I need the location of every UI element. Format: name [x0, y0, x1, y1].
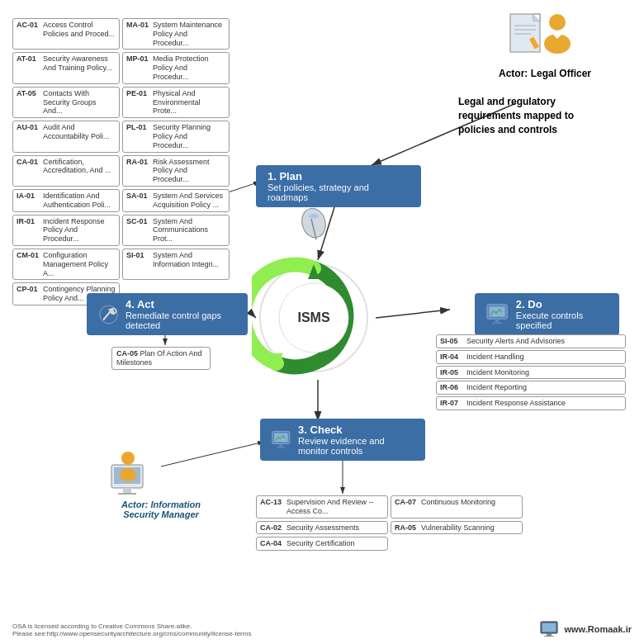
legal-officer-icon: [540, 12, 575, 55]
policy-text: Security Planning Policy And Procedur...: [153, 123, 225, 149]
policy-text: Physical And Environmental Prote...: [153, 89, 225, 116]
policy-id: SI-01: [126, 251, 153, 259]
policy-item: IA-01Identification And Authentication P…: [12, 189, 120, 212]
check-monitor-icon: [272, 428, 291, 452]
footer-license: OSA is licensed according to Creative Co…: [12, 623, 251, 637]
check-controls-list: AC-13Supervision And Review -- Access Co…: [256, 495, 523, 551]
policy-item: CM-01Configuration Management Policy A..…: [12, 249, 120, 280]
svg-text:ISMS: ISMS: [297, 310, 329, 324]
isms-circle: ISMS: [252, 256, 376, 380]
policy-text: Contacts With Security Groups And...: [43, 89, 116, 116]
policy-id: AT-01: [17, 54, 43, 63]
do-step-number: 2. Do: [516, 298, 608, 310]
do-step-description: Execute controls specified: [516, 310, 608, 330]
check-control-item: CA-02Security Assessments: [256, 521, 388, 535]
check-control-text: Supervision And Review -- Access Co...: [286, 498, 384, 516]
act-box: 4. Act Remediate control gaps detected: [87, 293, 248, 335]
control-text: Incident Reporting: [466, 383, 527, 392]
check-control-text: Vulnerability Scanning: [421, 523, 495, 533]
do-control-item: IR-07Incident Response Assistance: [436, 396, 626, 410]
policy-grid: AC-01Access Control Policies and Proced.…: [12, 18, 230, 305]
check-control-text: Continuous Monitoring: [421, 498, 495, 507]
policy-id: IA-01: [17, 192, 43, 200]
check-control-text: Security Assessments: [286, 523, 359, 533]
policy-text: Certification, Accreditation, And ...: [43, 158, 116, 176]
policy-id: SC-01: [126, 217, 153, 225]
check-control-id: RA-05: [395, 523, 421, 532]
actor-infosec-label: Actor: Information Security Manager: [107, 500, 215, 519]
logo-icon: [540, 621, 560, 637]
do-control-item: IR-04Incident Handling: [436, 350, 626, 364]
svg-rect-46: [542, 623, 556, 632]
policy-id: AC-01: [17, 21, 43, 29]
do-control-item: IR-06Incident Reporting: [436, 381, 626, 395]
do-control-item: IR-05Incident Monitoring: [436, 366, 626, 380]
control-text: Incident Monitoring: [466, 368, 529, 377]
policy-text: Media Protection Policy And Procedur...: [153, 54, 225, 81]
policy-item: CA-01Certification, Accreditation, And .…: [12, 155, 120, 187]
policy-item: MA-01System Maintenance Policy And Proce…: [122, 18, 230, 50]
plan-step-number: 1. Plan: [268, 170, 410, 182]
svg-line-4: [376, 310, 450, 318]
svg-rect-25: [492, 322, 502, 324]
actor-infosec-section: Actor: Information Security Manager: [107, 450, 215, 519]
policy-text: System And Services Acquisition Policy .…: [153, 192, 225, 210]
policy-item: IR-01Incident Response Policy And Proced…: [12, 215, 120, 246]
svg-rect-29: [277, 447, 286, 448]
policy-id: CA-01: [17, 158, 43, 166]
check-control-id: AC-13: [260, 498, 286, 506]
policy-item: PL-01Security Planning Policy And Proced…: [122, 121, 230, 152]
policy-text: Identification And Authentication Poli..…: [43, 192, 116, 210]
policy-id: PE-01: [126, 89, 153, 97]
legal-req-text: Legal and regulatory requirements mapped…: [458, 95, 603, 136]
do-control-item: SI-05Security Alerts And Advisories: [436, 334, 626, 348]
svg-rect-24: [495, 319, 499, 322]
policy-id: MA-01: [126, 21, 153, 29]
plan-box: 1. Plan Set policies, strategy and roadm…: [256, 165, 421, 207]
wrench-icon: [98, 302, 119, 327]
policy-text: Configuration Management Policy A...: [43, 251, 116, 277]
plan-icon: [293, 206, 334, 248]
check-control-id: CA-04: [260, 539, 286, 547]
control-id: IR-05: [440, 368, 466, 376]
policy-item: AC-01Access Control Policies and Proced.…: [12, 18, 120, 50]
control-id: IR-04: [440, 353, 466, 361]
policy-text: System And Communications Prot...: [153, 217, 225, 244]
check-control-item: AC-13Supervision And Review -- Access Co…: [256, 495, 388, 519]
control-id: SI-05: [440, 337, 466, 345]
control-id: IR-07: [440, 399, 466, 407]
control-text: Incident Handling: [466, 353, 524, 362]
ca05-act-control: CA-05 Plan Of Action And Milestones: [111, 347, 211, 370]
footer-logo: www.Romaak.ir: [540, 621, 632, 637]
svg-rect-48: [544, 636, 554, 637]
check-step-number: 3. Check: [298, 424, 414, 436]
policy-item: SA-01System And Services Acquisition Pol…: [122, 189, 230, 212]
policy-item: MP-01Media Protection Policy And Procedu…: [122, 52, 230, 83]
policy-item: SC-01System And Communications Prot...: [122, 215, 230, 246]
policy-item: PE-01Physical And Environmental Prote...: [122, 87, 230, 118]
policy-id: AT-05: [17, 89, 43, 97]
control-text: Security Alerts And Advisories: [466, 337, 565, 346]
policy-item: AU-01Audit And Accountability Poli...: [12, 121, 120, 152]
svg-point-37: [299, 206, 329, 240]
legal-requirement-box: Legal and regulatory requirements mapped…: [458, 95, 603, 136]
check-control-id: CA-07: [395, 498, 421, 506]
act-step-number: 4. Act: [125, 298, 236, 310]
policy-id: CP-01: [17, 285, 43, 293]
policy-text: Risk Assessment Policy And Procedur...: [153, 158, 225, 184]
ca05-id: CA-05: [116, 349, 138, 358]
svg-rect-41: [123, 488, 131, 494]
do-controls-list: SI-05Security Alerts And AdvisoriesIR-04…: [436, 334, 626, 410]
check-control-text: Security Certification: [286, 539, 355, 548]
policy-text: Incident Response Policy And Procedur...: [43, 217, 116, 244]
do-box: 2. Do Execute controls specified: [475, 293, 619, 335]
legal-officer-label: Actor: Legal Officer: [495, 68, 594, 79]
check-step-description: Review evidence and monitor controls: [298, 436, 414, 456]
svg-point-44: [120, 468, 136, 481]
policy-id: IR-01: [17, 217, 43, 225]
policy-text: Security Awareness And Training Policy..…: [43, 54, 116, 73]
control-id: IR-06: [440, 383, 466, 391]
infosec-actor-icon: [107, 450, 149, 500]
legal-officer-section: Actor: Legal Officer: [462, 12, 594, 79]
check-control-item: CA-04Security Certification: [256, 537, 388, 551]
